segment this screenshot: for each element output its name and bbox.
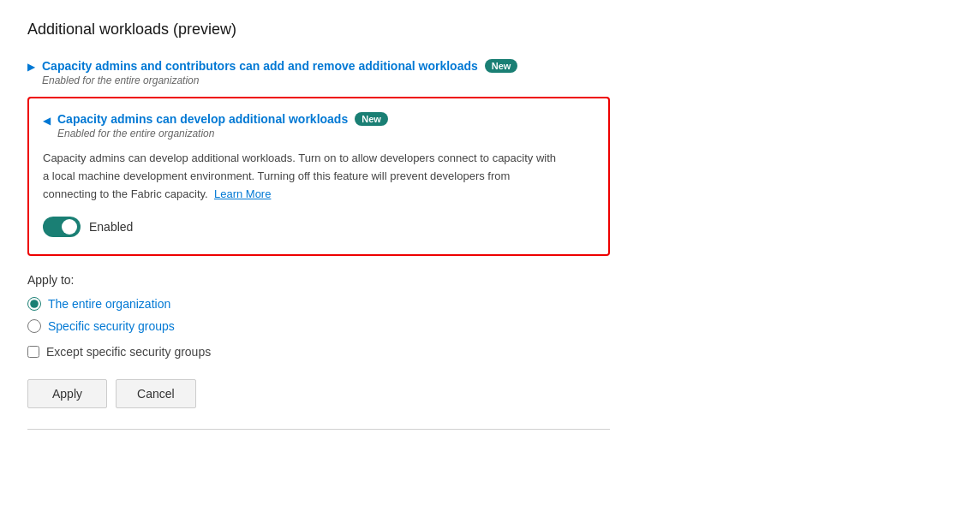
workload-item-first-content: Capacity admins and contributors can add… [42, 59, 517, 86]
chevron-down-icon: ◀ [43, 115, 51, 127]
except-checkbox-item[interactable]: Except specific security groups [27, 345, 953, 359]
apply-to-title: Apply to: [27, 273, 953, 287]
expanded-section: ◀ Capacity admins can develop additional… [27, 97, 610, 256]
radio-group: The entire organization Specific securit… [27, 297, 953, 333]
workload-item-first-badge: New [485, 59, 518, 73]
except-checkbox-label: Except specific security groups [46, 345, 211, 359]
radio-input-entire[interactable] [27, 297, 41, 311]
expanded-subtitle: Enabled for the entire organization [57, 128, 388, 140]
section-divider [27, 429, 610, 430]
radio-label-specific: Specific security groups [48, 319, 175, 333]
enabled-toggle[interactable] [43, 217, 81, 237]
page-title: Additional workloads (preview) [27, 21, 953, 39]
workload-item-first-title-row: Capacity admins and contributors can add… [42, 59, 517, 73]
learn-more-link[interactable]: Learn More [214, 187, 271, 200]
toggle-slider [43, 217, 81, 237]
apply-to-section: Apply to: The entire organization Specif… [27, 273, 953, 359]
expanded-header-content: Capacity admins can develop additional w… [57, 112, 388, 140]
expanded-badge: New [355, 112, 388, 126]
radio-input-specific[interactable] [27, 319, 41, 333]
expanded-title: Capacity admins can develop additional w… [57, 112, 348, 126]
button-row: Apply Cancel [27, 379, 953, 408]
expanded-description: Capacity admins can develop additional w… [43, 150, 557, 203]
radio-label-entire: The entire organization [48, 297, 170, 311]
radio-item-specific[interactable]: Specific security groups [27, 319, 953, 333]
workload-item-first-subtitle: Enabled for the entire organization [42, 74, 517, 86]
except-checkbox-input[interactable] [27, 346, 39, 358]
cancel-button[interactable]: Cancel [116, 379, 196, 408]
chevron-right-icon: ▶ [27, 61, 35, 73]
expanded-header[interactable]: ◀ Capacity admins can develop additional… [43, 112, 595, 140]
workload-item-first[interactable]: ▶ Capacity admins and contributors can a… [27, 56, 953, 90]
radio-item-entire[interactable]: The entire organization [27, 297, 953, 311]
expanded-description-text: Capacity admins can develop additional w… [43, 152, 556, 200]
apply-button[interactable]: Apply [27, 379, 107, 408]
expanded-title-row: Capacity admins can develop additional w… [57, 112, 388, 126]
toggle-label: Enabled [89, 220, 133, 234]
toggle-row: Enabled [43, 217, 595, 237]
workload-item-first-title: Capacity admins and contributors can add… [42, 59, 478, 73]
